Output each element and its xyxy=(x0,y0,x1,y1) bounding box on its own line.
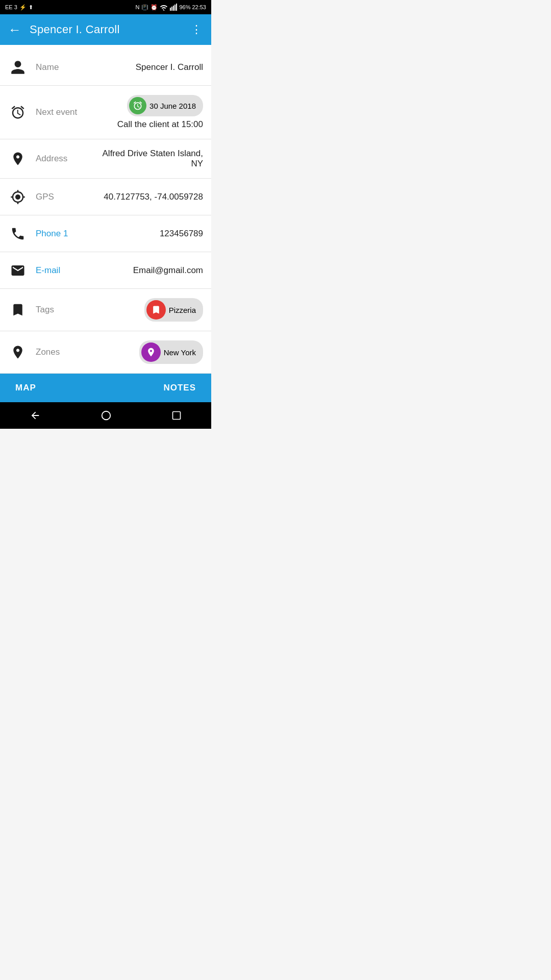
row-phone[interactable]: Phone 1123456789 xyxy=(0,215,211,252)
zone-label: New York xyxy=(164,348,196,357)
vibrate-icon: 📳 xyxy=(141,4,148,11)
row-tags: TagsPizzeria xyxy=(0,289,211,331)
row-next-event: Next event30 June 2018Call the client at… xyxy=(0,86,211,139)
gps-value: 40.7127753, -74.0059728 xyxy=(95,192,203,202)
address-value: Alfred Drive Staten Island, NY xyxy=(95,149,203,169)
phone-value: 123456789 xyxy=(95,229,203,239)
overflow-menu-button[interactable]: ⋮ xyxy=(191,23,203,36)
email-label[interactable]: E-mail xyxy=(36,265,87,276)
location-icon xyxy=(8,345,28,360)
svg-rect-1 xyxy=(171,7,172,11)
event-date-pill[interactable]: 30 June 2018 xyxy=(127,95,203,116)
phone-icon xyxy=(8,226,28,241)
row-gps: GPS40.7127753, -74.0059728 xyxy=(0,179,211,215)
next-event-label: Next event xyxy=(36,107,87,117)
gps-icon xyxy=(8,189,28,205)
app-bar: ← Spencer I. Carroll ⋮ xyxy=(0,14,211,45)
event-description: Call the client at 15:00 xyxy=(117,119,203,130)
map-button[interactable]: MAP xyxy=(15,383,36,393)
email-icon xyxy=(8,263,28,278)
bookmark-icon xyxy=(8,302,28,317)
person-icon xyxy=(8,59,28,76)
battery-percent: 96% 22:53 xyxy=(179,4,206,10)
svg-rect-6 xyxy=(172,412,180,420)
nfc-icon: N xyxy=(135,4,139,10)
alarm-pill-icon xyxy=(129,97,146,114)
phone-label[interactable]: Phone 1 xyxy=(36,229,87,239)
zones-label: Zones xyxy=(36,347,87,357)
svg-rect-4 xyxy=(176,4,177,11)
back-nav-button[interactable] xyxy=(30,410,41,421)
notes-button[interactable]: NOTES xyxy=(163,383,196,393)
nav-bar xyxy=(0,402,211,429)
bottom-bar: MAP NOTES xyxy=(0,374,211,402)
usb-icon: ⚡ xyxy=(19,4,27,11)
carrier-info: EE 3 xyxy=(5,4,17,10)
tags-label: Tags xyxy=(36,305,87,315)
wifi-icon xyxy=(160,4,168,11)
contact-name-title: Spencer I. Carroll xyxy=(30,23,183,36)
row-zones: ZonesNew York xyxy=(0,331,211,374)
email-value: Email@gmail.com xyxy=(95,265,203,276)
zone-pill[interactable]: New York xyxy=(139,340,203,364)
signal-icon xyxy=(170,4,177,11)
svg-point-5 xyxy=(102,411,111,420)
contact-details: NameSpencer I. CarrollNext event30 June … xyxy=(0,45,211,374)
zones-value: New York xyxy=(95,340,203,364)
svg-rect-0 xyxy=(170,8,171,11)
svg-rect-3 xyxy=(174,5,176,11)
name-value: Spencer I. Carroll xyxy=(95,62,203,72)
svg-rect-2 xyxy=(173,6,174,11)
back-button[interactable]: ← xyxy=(8,22,21,38)
tag-pill[interactable]: Pizzeria xyxy=(144,298,203,322)
zone-icon xyxy=(141,342,161,362)
row-email[interactable]: E-mailEmail@gmail.com xyxy=(0,252,211,289)
event-date: 30 June 2018 xyxy=(149,102,196,110)
name-label: Name xyxy=(36,62,87,72)
row-name: NameSpencer I. Carroll xyxy=(0,49,211,86)
row-address: AddressAlfred Drive Staten Island, NY xyxy=(0,139,211,179)
address-label: Address xyxy=(36,154,87,164)
status-left: EE 3 ⚡ ⬆ xyxy=(5,4,33,11)
status-right: N 📳 ⏰ 96% 22:53 xyxy=(135,4,206,11)
next-event-value: 30 June 2018Call the client at 15:00 xyxy=(95,95,203,130)
tags-value: Pizzeria xyxy=(95,298,203,322)
location-icon xyxy=(8,151,28,166)
recents-nav-button[interactable] xyxy=(171,410,182,421)
tag-icon xyxy=(146,300,166,320)
status-bar: EE 3 ⚡ ⬆ N 📳 ⏰ 96% 22:53 xyxy=(0,0,211,14)
alarm-icon xyxy=(8,105,28,120)
tag-label: Pizzeria xyxy=(169,306,196,314)
usb2-icon: ⬆ xyxy=(29,4,33,11)
home-nav-button[interactable] xyxy=(101,410,112,421)
alarm-status-icon: ⏰ xyxy=(151,4,158,11)
gps-label: GPS xyxy=(36,192,87,202)
